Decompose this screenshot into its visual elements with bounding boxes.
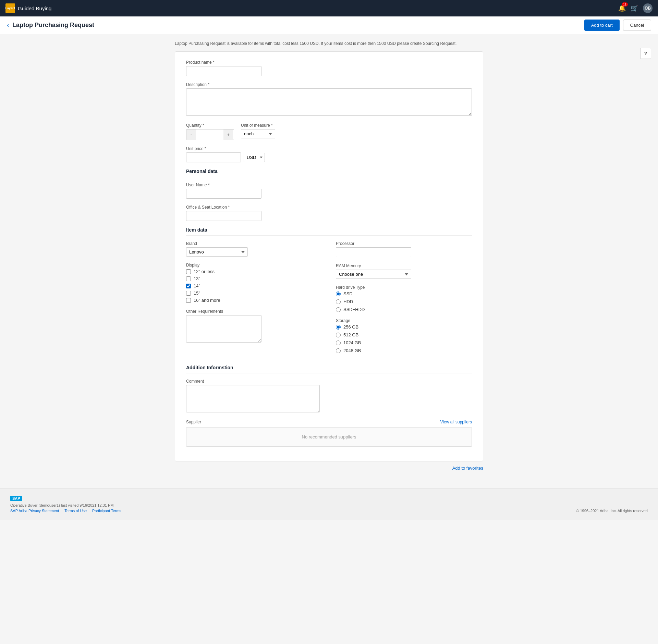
notifications-button[interactable]: 🔔 11 [618, 4, 626, 12]
display-12-label: 12" or less [194, 269, 215, 274]
storage-512-radio[interactable] [336, 333, 341, 337]
comment-label: Comment [186, 379, 472, 384]
footer-operative-buyer: Operative Buyer (demouser1) last visited… [10, 503, 121, 507]
supplier-group: Supplier View all suppliers No recommend… [186, 420, 472, 447]
ram-memory-group: RAM Memory Choose one 4 GB 8 GB 16 GB 32… [336, 263, 472, 279]
sub-header-right: Add to cart Cancel [584, 20, 651, 31]
add-to-favorites-link[interactable]: Add to favorites [452, 466, 483, 471]
quantity-label: Quantity * [186, 123, 234, 128]
hard-drive-hdd-item[interactable]: HDD [336, 299, 472, 304]
back-button[interactable]: ‹ [7, 22, 9, 29]
hard-drive-type-group: Hard drive Type SSD HDD SSD+HDD [336, 285, 472, 312]
page-title: Laptop Purchasing Request [12, 22, 94, 29]
unit-price-row: USD EUR GBP [186, 152, 472, 162]
notifications-badge: 11 [622, 2, 628, 7]
display-12-item[interactable]: 12" or less [186, 269, 322, 274]
description-input[interactable] [186, 88, 472, 116]
unit-price-input[interactable] [186, 152, 241, 162]
comment-group: Comment [186, 379, 472, 413]
terms-of-use-link[interactable]: Terms of Use [64, 509, 87, 513]
sap-ariba-privacy-link[interactable]: SAP Ariba Privacy Statement [10, 509, 59, 513]
display-13-item[interactable]: 13" [186, 276, 322, 281]
storage-2048-label: 2048 GB [343, 348, 361, 353]
no-recommended-suppliers-text: No recommended suppliers [302, 434, 356, 439]
brand-group: Brand Lenovo Dell HP Apple Asus [186, 241, 322, 257]
user-name-group: User Name * [186, 183, 472, 199]
product-name-group: Product name * [186, 60, 472, 76]
supplier-label: Supplier [186, 420, 201, 424]
header-left: Layer1 Guided Buying [5, 3, 51, 13]
quantity-input[interactable] [196, 131, 223, 139]
user-name-input[interactable] [186, 189, 261, 199]
copyright-text: © 1996–2021 Ariba, Inc. All rights reser… [576, 509, 648, 513]
storage-256-item[interactable]: 256 GB [336, 324, 472, 330]
item-data-heading: Item data [186, 227, 472, 236]
cart-button[interactable]: 🛒 [631, 4, 638, 12]
office-seat-input[interactable] [186, 211, 261, 221]
main-content: Laptop Purchasing Request is available f… [164, 34, 494, 482]
footer-left: SAP Operative Buyer (demouser1) last vis… [10, 496, 121, 513]
product-name-label: Product name * [186, 60, 472, 65]
display-16-label: 16" and more [194, 298, 220, 303]
comment-input[interactable] [186, 385, 320, 412]
footer: SAP Operative Buyer (demouser1) last vis… [0, 488, 658, 520]
storage-1024-label: 1024 GB [343, 340, 361, 345]
sub-header: ‹ Laptop Purchasing Request Add to cart … [0, 16, 658, 34]
display-14-label: 14" [194, 283, 200, 288]
hard-drive-hdd-radio[interactable] [336, 299, 341, 304]
display-16-checkbox[interactable] [186, 298, 191, 303]
app-header: Layer1 Guided Buying 🔔 11 🛒 OB [0, 0, 658, 16]
display-14-checkbox[interactable] [186, 284, 191, 288]
participant-terms-link[interactable]: Participant Terms [92, 509, 121, 513]
hard-drive-ssdhdd-label: SSD+HDD [343, 307, 365, 312]
item-data-columns: Brand Lenovo Dell HP Apple Asus Display [186, 241, 472, 359]
brand-select[interactable]: Lenovo Dell HP Apple Asus [186, 247, 248, 257]
cancel-button[interactable]: Cancel [623, 20, 651, 31]
uom-label: Unit of measure * [241, 123, 275, 128]
storage-1024-item[interactable]: 1024 GB [336, 340, 472, 345]
other-requirements-label: Other Requirements [186, 309, 322, 314]
storage-256-radio[interactable] [336, 325, 341, 330]
add-to-cart-button[interactable]: Add to cart [584, 20, 620, 31]
display-15-item[interactable]: 15" [186, 290, 322, 296]
hard-drive-type-label: Hard drive Type [336, 285, 472, 290]
hard-drive-ssd-item[interactable]: SSD [336, 291, 472, 296]
no-recommended-suppliers-box: No recommended suppliers [186, 427, 472, 447]
uom-select[interactable]: each case box unit [241, 129, 275, 138]
unit-price-label: Unit price * [186, 146, 472, 151]
storage-radio-group: 256 GB 512 GB 1024 GB 2048 GB [336, 324, 472, 353]
display-13-checkbox[interactable] [186, 276, 191, 281]
quantity-minus-button[interactable]: - [186, 129, 196, 140]
uom-group: Unit of measure * each case box unit [241, 123, 275, 138]
display-12-checkbox[interactable] [186, 269, 191, 274]
help-button[interactable]: ? [640, 48, 651, 59]
hard-drive-ssdhdd-item[interactable]: SSD+HDD [336, 307, 472, 312]
avatar[interactable]: OB [643, 3, 653, 13]
processor-input[interactable] [336, 247, 411, 257]
quantity-plus-button[interactable]: + [223, 129, 233, 140]
cart-icon: 🛒 [631, 4, 638, 12]
add-favorites-row: Add to favorites [175, 461, 483, 475]
processor-label: Processor [336, 241, 472, 246]
display-15-checkbox[interactable] [186, 291, 191, 296]
display-14-item[interactable]: 14" [186, 283, 322, 288]
display-checkbox-group: 12" or less 13" 14" 15" [186, 269, 322, 303]
view-all-suppliers-link[interactable]: View all suppliers [440, 420, 472, 424]
product-name-input[interactable] [186, 66, 261, 76]
storage-group: Storage 256 GB 512 GB 1024 GB [336, 318, 472, 353]
other-requirements-group: Other Requirements [186, 309, 322, 344]
hard-drive-ssd-radio[interactable] [336, 292, 341, 296]
hard-drive-radio-group: SSD HDD SSD+HDD [336, 291, 472, 312]
other-requirements-input[interactable] [186, 315, 261, 343]
storage-512-item[interactable]: 512 GB [336, 332, 472, 337]
hard-drive-hdd-label: HDD [343, 299, 353, 304]
ram-memory-select[interactable]: Choose one 4 GB 8 GB 16 GB 32 GB [336, 270, 411, 279]
hard-drive-ssdhdd-radio[interactable] [336, 307, 341, 312]
display-16-item[interactable]: 16" and more [186, 298, 322, 303]
item-data-right: Processor RAM Memory Choose one 4 GB 8 G… [336, 241, 472, 359]
currency-select[interactable]: USD EUR GBP [244, 153, 265, 162]
storage-2048-radio[interactable] [336, 348, 341, 353]
storage-2048-item[interactable]: 2048 GB [336, 348, 472, 353]
addition-information-heading: Addition Informstion [186, 365, 472, 373]
storage-1024-radio[interactable] [336, 340, 341, 345]
